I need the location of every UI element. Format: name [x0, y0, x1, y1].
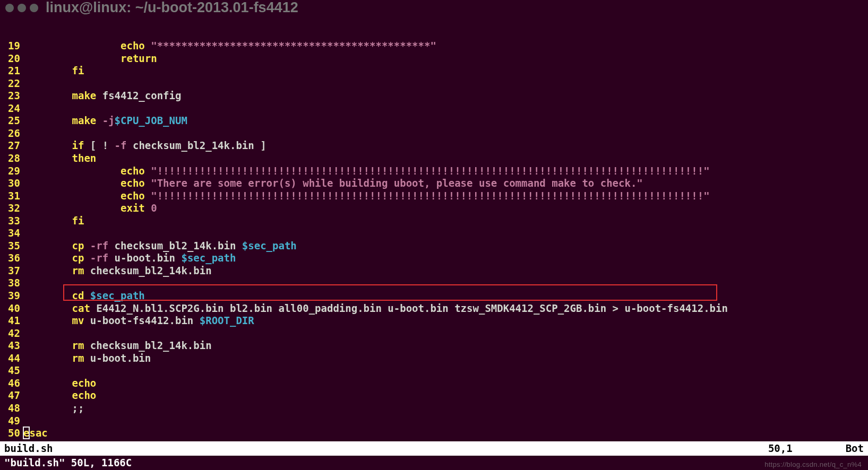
code-content[interactable]: esac [23, 427, 868, 440]
keyword-token: return [121, 53, 157, 64]
window-close-icon[interactable] [5, 4, 14, 12]
keyword-token: mv [72, 315, 90, 326]
number-token: 0 [151, 202, 157, 214]
code-line[interactable]: 40 cat E4412_N.bl1.SCP2G.bin bl2.bin all… [0, 302, 868, 315]
line-number: 26 [0, 127, 23, 140]
editor-viewport[interactable]: 19 echo "*******************************… [0, 15, 868, 441]
code-line[interactable]: 47 echo [0, 389, 868, 402]
code-line[interactable]: 19 echo "*******************************… [0, 40, 868, 53]
line-number: 30 [0, 177, 23, 190]
code-line[interactable]: 24 [0, 102, 868, 115]
code-content[interactable]: echo [23, 377, 868, 390]
code-line[interactable]: 48 ;; [0, 402, 868, 415]
code-line[interactable]: 27 if [ ! -f checksum_bl2_14k.bin ] [0, 140, 868, 152]
code-line[interactable]: 33 fi [0, 215, 868, 228]
variable-token: $sec_path [242, 240, 297, 251]
text-token: [ ! [90, 140, 115, 151]
code-line[interactable]: 20 return [0, 53, 868, 65]
variable-token: $ROOT_DIR [200, 315, 254, 326]
line-number: 37 [0, 265, 23, 277]
code-content[interactable]: echo "There are some error(s) while buil… [23, 177, 868, 190]
line-number: 19 [0, 40, 23, 53]
code-content[interactable]: cp -rf u-boot.bin $sec_path [23, 252, 868, 265]
code-line[interactable]: 37 rm checksum_bl2_14k.bin [0, 265, 868, 277]
code-content[interactable]: make -j$CPU_JOB_NUM [23, 115, 868, 127]
code-content[interactable]: make fs4412_config [23, 90, 868, 102]
line-number: 35 [0, 240, 23, 253]
code-line[interactable]: 29 echo "!!!!!!!!!!!!!!!!!!!!!!!!!!!!!!!… [0, 165, 868, 178]
keyword-token: echo [121, 40, 151, 51]
code-line[interactable]: 44 rm u-boot.bin [0, 352, 868, 365]
keyword-token: rm [72, 340, 90, 351]
code-content[interactable]: exit 0 [23, 202, 868, 215]
code-line[interactable]: 31 echo "!!!!!!!!!!!!!!!!!!!!!!!!!!!!!!!… [0, 190, 868, 203]
code-line[interactable]: 21 fi [0, 65, 868, 77]
code-line[interactable]: 46 echo [0, 377, 868, 390]
vim-command-bar[interactable]: "build.sh" 50L, 1166C [0, 456, 868, 470]
keyword-token: rm [72, 352, 90, 364]
text-token: u-boot.bin [90, 352, 151, 364]
code-line[interactable]: 49 [0, 415, 868, 428]
window-title: linux@linux: ~/u-boot-2013.01-fs4412 [46, 0, 298, 17]
code-line[interactable]: 43 rm checksum_bl2_14k.bin [0, 340, 868, 352]
code-content[interactable]: if [ ! -f checksum_bl2_14k.bin ] [23, 140, 868, 152]
keyword-token: rm [72, 265, 90, 276]
string-token: "!!!!!!!!!!!!!!!!!!!!!!!!!!!!!!!!!!!!!!!… [151, 190, 709, 202]
code-line[interactable]: 23 make fs4412_config [0, 90, 868, 102]
code-line[interactable]: 26 [0, 127, 868, 140]
code-content[interactable]: rm u-boot.bin [23, 352, 868, 365]
code-content[interactable]: echo [23, 389, 868, 402]
code-content[interactable]: ;; [23, 402, 868, 415]
line-number: 43 [0, 340, 23, 352]
line-number: 41 [0, 315, 23, 327]
line-number: 31 [0, 190, 23, 203]
code-line[interactable]: 35 cp -rf checksum_bl2_14k.bin $sec_path [0, 240, 868, 253]
line-number: 47 [0, 389, 23, 402]
text-token: u-boot-fs4412.bin [90, 315, 200, 326]
keyword-token: exit [121, 202, 151, 214]
status-cursor-position: 50,1 [768, 442, 793, 455]
code-line[interactable]: 32 exit 0 [0, 202, 868, 215]
code-line[interactable]: 25 make -j$CPU_JOB_NUM [0, 115, 868, 127]
line-number: 23 [0, 90, 23, 102]
code-line[interactable]: 36 cp -rf u-boot.bin $sec_path [0, 252, 868, 265]
code-content[interactable]: echo "!!!!!!!!!!!!!!!!!!!!!!!!!!!!!!!!!!… [23, 165, 868, 178]
code-content[interactable]: mv u-boot-fs4412.bin $ROOT_DIR [23, 315, 868, 327]
code-content[interactable]: cd $sec_path [23, 290, 868, 302]
keyword-token: cd [72, 290, 90, 301]
code-line[interactable]: 30 echo "There are some error(s) while b… [0, 177, 868, 190]
code-line[interactable]: 45 [0, 364, 868, 377]
code-content[interactable]: rm checksum_bl2_14k.bin [23, 265, 868, 277]
line-number: 29 [0, 165, 23, 178]
code-content[interactable]: fi [23, 65, 868, 77]
code-line[interactable]: 22 [0, 77, 868, 90]
line-number: 22 [0, 77, 23, 90]
window-minimize-icon[interactable] [18, 4, 26, 12]
code-content[interactable]: then [23, 152, 868, 165]
code-content[interactable]: return [23, 53, 868, 65]
keyword-token: make [72, 90, 102, 101]
code-content[interactable]: fi [23, 215, 868, 228]
keyword-token: echo [121, 165, 151, 177]
code-content[interactable]: echo "**********************************… [23, 40, 868, 53]
code-content[interactable]: echo "!!!!!!!!!!!!!!!!!!!!!!!!!!!!!!!!!!… [23, 190, 868, 203]
keyword-token: cp [72, 252, 90, 264]
code-line[interactable]: 41 mv u-boot-fs4412.bin $ROOT_DIR [0, 315, 868, 327]
code-content[interactable]: cp -rf checksum_bl2_14k.bin $sec_path [23, 240, 868, 253]
keyword-token: echo [72, 389, 97, 401]
code-line[interactable]: 28 then [0, 152, 868, 165]
code-line[interactable]: 34 [0, 227, 868, 240]
line-number: 39 [0, 290, 23, 302]
window-maximize-icon[interactable] [30, 4, 38, 12]
code-line[interactable]: 50esac [0, 427, 868, 440]
text-token: checksum_bl2_14k.bin [90, 265, 212, 276]
code-line[interactable]: 38 [0, 277, 868, 290]
window-titlebar: linux@linux: ~/u-boot-2013.01-fs4412 [0, 0, 868, 16]
text-token: ;; [72, 402, 84, 414]
keyword-token: cp [72, 240, 90, 251]
code-content[interactable]: rm checksum_bl2_14k.bin [23, 340, 868, 352]
code-line[interactable]: 39 cd $sec_path [0, 290, 868, 302]
code-line[interactable]: 42 [0, 327, 868, 340]
code-content[interactable]: cat E4412_N.bl1.SCP2G.bin bl2.bin all00_… [23, 302, 868, 315]
keyword-token: then [72, 152, 97, 164]
